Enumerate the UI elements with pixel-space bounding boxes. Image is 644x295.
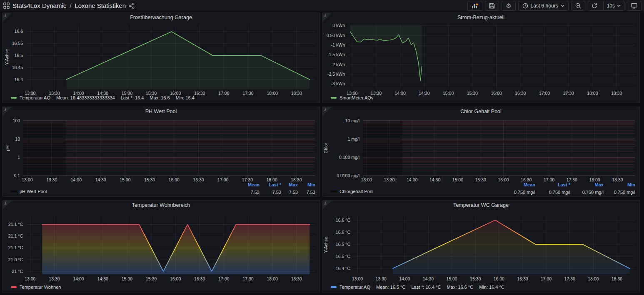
legend-series-name[interactable]: Temperatur.AQ: [339, 285, 370, 290]
svg-text:16.6 °C: 16.6 °C: [336, 218, 351, 223]
svg-text:16:30: 16:30: [193, 177, 204, 182]
legend[interactable]: pH Wert Pool: [11, 189, 47, 194]
time-range-picker[interactable]: Last 6 hours: [518, 1, 569, 11]
stat-column-header[interactable]: Mean: [502, 182, 535, 187]
dashboard-settings-button[interactable]: ⚙: [502, 1, 515, 11]
legend-stat: Min: 16.4: [176, 95, 195, 100]
panel-info-icon[interactable]: i: [322, 201, 332, 210]
stat-column-header[interactable]: Last *: [260, 182, 281, 187]
svg-text:16.4 °C: 16.4 °C: [336, 266, 351, 271]
svg-text:16.4: 16.4: [15, 77, 23, 82]
panel-title[interactable]: Frostüberwachung Garage: [2, 15, 320, 20]
legend-stat: Min: 16.4 °C: [479, 285, 504, 290]
svg-text:0.1: 0.1: [14, 173, 20, 178]
legend-series-swatch[interactable]: [11, 191, 17, 192]
panel-info-icon[interactable]: i: [2, 107, 12, 116]
legend-series-name[interactable]: Chlorgehalt Pool: [339, 189, 373, 194]
svg-text:13:00: 13:00: [25, 276, 35, 281]
svg-text:-2 kWh: -2 kWh: [331, 62, 345, 67]
legend[interactable]: Chlorgehalt Pool: [331, 189, 373, 194]
panel-title[interactable]: Strom-Bezug-aktuell: [322, 15, 639, 20]
legend-stat: Max: 16.6 °C: [447, 285, 473, 290]
refresh-interval-dropdown[interactable]: 10s: [603, 1, 624, 10]
stat-value: 0.750 mg/l: [502, 190, 535, 195]
legend-series-swatch[interactable]: [11, 286, 17, 288]
panel-title[interactable]: Temperatur Wohnbereich: [2, 202, 320, 208]
svg-text:15:30: 15:30: [467, 91, 478, 96]
svg-text:100: 100: [12, 118, 20, 123]
svg-text:18:30: 18:30: [612, 276, 622, 281]
strom-chart: 13:0013:3014:0014:3015:0015:3016:0016:30…: [322, 13, 639, 103]
breadcrumb-folder[interactable]: Stats4Lox Dynamic: [12, 2, 66, 9]
svg-text:16:00: 16:00: [170, 276, 181, 281]
svg-text:16.55: 16.55: [12, 41, 23, 46]
stat-value: 7.53: [298, 190, 315, 195]
panel-info-icon[interactable]: i: [322, 13, 332, 22]
legend-series-name[interactable]: Temperatur.AQ: [20, 95, 50, 100]
svg-text:17:30: 17:30: [242, 276, 253, 281]
svg-text:18:00: 18:00: [588, 276, 599, 281]
legend-series-swatch[interactable]: [11, 97, 17, 99]
refresh-button[interactable]: [588, 1, 601, 10]
legend[interactable]: Temperatur Wohnen: [11, 285, 61, 290]
add-panel-button[interactable]: [467, 1, 482, 11]
panel-ph-wert-pool: i PH Wert Pool 13:0013:3014:0014:3015:00…: [2, 107, 320, 197]
share-icon[interactable]: [129, 3, 135, 9]
clock-icon: [522, 3, 528, 9]
panel-info-icon[interactable]: i: [2, 13, 12, 22]
svg-text:-1.5 kWh: -1.5 kWh: [327, 52, 345, 57]
legend[interactable]: Temperatur.AQMean: 16.483333333333334Las…: [11, 95, 195, 100]
legend-stat: Mean: 16.5 °C: [376, 285, 405, 290]
svg-text:13:00: 13:00: [22, 177, 32, 182]
stat-value: 0.750 mg/l: [570, 190, 604, 195]
stat-column-header[interactable]: Max: [570, 182, 604, 187]
refresh-controls[interactable]: 10s: [588, 1, 624, 11]
svg-text:18:00: 18:00: [267, 276, 278, 281]
legend[interactable]: SmartMeter.AQv: [331, 95, 373, 100]
kiosk-mode-button[interactable]: [627, 1, 642, 11]
stat-column-header[interactable]: Mean: [240, 182, 260, 187]
svg-text:21.1 °C: 21.1 °C: [8, 233, 23, 238]
zoom-out-button[interactable]: [571, 1, 585, 11]
stat-value: 7.53: [240, 190, 260, 195]
svg-text:10 mg/l: 10 mg/l: [345, 118, 359, 123]
stat-column-header[interactable]: Min: [604, 182, 635, 187]
panel-frostueberwachung-garage: i Frostüberwachung Garage 13:0013:3014:0…: [2, 12, 320, 103]
svg-text:18:30: 18:30: [291, 91, 302, 96]
legend-series-name[interactable]: Temperatur Wohnen: [20, 285, 61, 290]
svg-text:16.5 °C: 16.5 °C: [336, 242, 351, 247]
svg-text:pH: pH: [5, 145, 10, 151]
breadcrumb-dashboard[interactable]: Loxone Statistiken: [75, 2, 126, 9]
svg-text:16:30: 16:30: [517, 276, 528, 281]
legend-series-name[interactable]: pH Wert Pool: [20, 189, 47, 194]
svg-text:14:30: 14:30: [429, 177, 440, 182]
stat-column-header[interactable]: Last *: [535, 182, 570, 187]
svg-text:10: 10: [15, 136, 20, 141]
panel-title[interactable]: Temperatur WC Garage: [322, 202, 639, 208]
time-range-label: Last 6 hours: [531, 3, 558, 9]
svg-text:-3 kWh: -3 kWh: [331, 81, 345, 86]
legend-series-swatch[interactable]: [331, 191, 337, 192]
panel-title[interactable]: Chlor Gehalt Pool: [322, 109, 639, 114]
stat-value: 7.53: [260, 190, 281, 195]
legend-series-swatch[interactable]: [331, 286, 337, 288]
svg-text:1: 1: [17, 155, 20, 160]
panel-title[interactable]: PH Wert Pool: [2, 109, 320, 114]
dashboard-grid: i Frostüberwachung Garage 13:0013:3014:0…: [0, 11, 644, 293]
chevron-down-icon: [617, 5, 621, 7]
svg-text:15:00: 15:00: [122, 276, 132, 281]
wohnbereich-chart: 13:0013:3014:0014:3015:0015:3016:0016:30…: [2, 201, 320, 292]
legend-series-swatch[interactable]: [331, 97, 337, 99]
save-dashboard-button[interactable]: [485, 1, 499, 11]
stat-column-header[interactable]: Min: [298, 182, 315, 187]
stat-column-header[interactable]: Max: [281, 182, 298, 187]
legend[interactable]: Temperatur.AQMean: 16.5 °CLast *: 16.4 °…: [331, 285, 504, 290]
legend-series-name[interactable]: SmartMeter.AQv: [339, 95, 373, 100]
svg-text:15:00: 15:00: [443, 91, 454, 96]
panel-info-icon[interactable]: i: [2, 201, 12, 210]
svg-text:-0.50 kWh: -0.50 kWh: [325, 33, 345, 38]
svg-text:-1 kWh: -1 kWh: [331, 42, 345, 47]
dashboard-grid-icon[interactable]: [3, 2, 10, 9]
refresh-interval-label: 10s: [607, 3, 615, 9]
panel-info-icon[interactable]: i: [322, 107, 332, 116]
